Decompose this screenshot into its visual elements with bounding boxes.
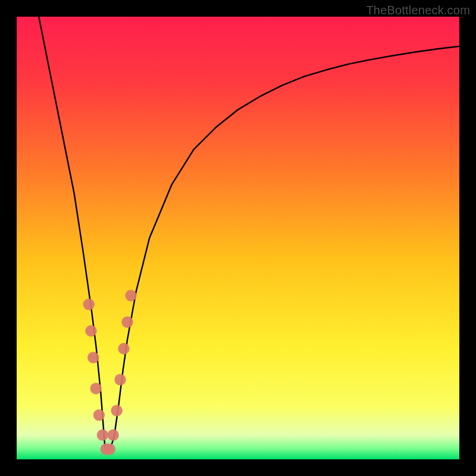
chart-frame: TheBottleneck.com [0, 0, 476, 476]
highlight-dot [85, 325, 96, 337]
highlight-dot [114, 374, 126, 385]
highlight-dot [108, 429, 119, 440]
highlight-dot [111, 405, 122, 416]
highlight-dot [121, 317, 133, 328]
gradient-background [17, 17, 459, 459]
highlight-dot [93, 409, 105, 421]
highlight-dot [125, 290, 136, 301]
highlight-dot [83, 299, 95, 310]
highlight-dot [104, 443, 115, 455]
highlight-dot [90, 383, 102, 394]
bottleneck-chart [17, 17, 459, 459]
highlight-dot [87, 352, 99, 363]
highlight-dot [97, 429, 108, 440]
highlight-dot [118, 343, 129, 354]
watermark-text: TheBottleneck.com [366, 4, 470, 17]
plot-area [17, 17, 459, 459]
